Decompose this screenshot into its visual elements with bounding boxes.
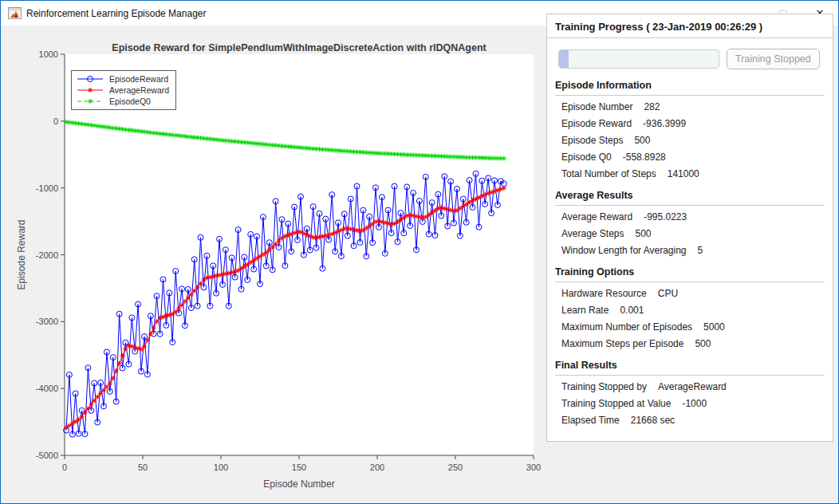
info-value: -558.8928 (623, 152, 666, 163)
training-stopped-button[interactable]: Training Stopped (727, 49, 820, 69)
window-title: Reinforcement Learning Episode Manager (26, 8, 206, 19)
svg-text:100: 100 (214, 463, 228, 472)
info-label: Training Stopped by (561, 381, 647, 392)
svg-text:-5000: -5000 (36, 451, 58, 460)
progress-fill (559, 50, 569, 68)
svg-text:-4000: -4000 (36, 384, 58, 393)
info-value: CPU (658, 288, 678, 299)
info-label: Maximum Steps per Episode (561, 338, 683, 349)
info-label: Episode Reward (561, 118, 632, 129)
info-row: Window Length for Averaging5 (561, 245, 825, 256)
training-progress-bar (558, 49, 719, 69)
panel-sections: Episode InformationEpisode Number282Epis… (547, 80, 833, 426)
info-row: Average Steps500 (561, 228, 825, 239)
info-row: Training Stopped byAverageReward (561, 381, 825, 392)
info-label: Episode Q0 (561, 152, 612, 163)
svg-text:1000: 1000 (39, 49, 58, 59)
svg-text:250: 250 (448, 463, 463, 472)
info-label: Maximum Number of Episodes (561, 321, 692, 333)
info-value: 5 (698, 245, 703, 256)
section-title: Final Results (555, 360, 825, 376)
info-label: Episode Steps (561, 135, 623, 146)
info-row: Training Stopped at Value-1000 (561, 398, 825, 409)
info-value: -936.3999 (643, 118, 686, 129)
info-label: Episode Number (561, 101, 632, 112)
info-row: Elapsed Time21668 sec (561, 415, 825, 426)
info-row: Episode Reward-936.3999 (561, 118, 825, 129)
info-row: Episode Number282 (561, 101, 825, 112)
info-row: Maximum Steps per Episode500 (561, 338, 825, 349)
info-value: 500 (634, 135, 650, 146)
svg-text:0: 0 (53, 116, 58, 126)
info-value: 500 (636, 228, 652, 239)
section-training-options: Training OptionsHardware ResourceCPULear… (547, 266, 833, 349)
matlab-icon (8, 7, 22, 19)
svg-text:Episode Number: Episode Number (263, 478, 334, 490)
info-row: Episode Q0-558.8928 (561, 152, 825, 163)
svg-text:0: 0 (62, 463, 67, 472)
section-average-results: Average ResultsAverage Reward-995.0223Av… (547, 190, 833, 256)
section-title: Episode Information (555, 80, 825, 96)
info-value: -1000 (682, 398, 707, 409)
info-value: -995.0223 (644, 211, 687, 222)
panel-header: Training Progress ( 23-Jan-2019 00:26:29… (547, 14, 833, 38)
section-episode-information: Episode InformationEpisode Number282Epis… (547, 80, 833, 179)
info-value: AverageReward (658, 381, 727, 392)
svg-text:-3000: -3000 (36, 317, 58, 326)
info-label: Average Reward (561, 211, 632, 222)
svg-text:Episode Reward: Episode Reward (16, 219, 27, 289)
info-value: 141000 (668, 168, 699, 179)
info-value: 21668 sec (631, 415, 675, 426)
legend-item-EpisodeQ0: EpisodeQ0 (77, 96, 169, 107)
info-row: Learn Rate0.001 (561, 305, 825, 316)
app-window: Reinforcement Learning Episode Manager —… (0, 0, 839, 504)
legend-item-EpisodeReward: EpisodeReward (77, 73, 169, 85)
info-label: Hardware Resource (561, 288, 647, 299)
info-label: Window Length for Averaging (561, 245, 687, 256)
section-title: Training Options (555, 266, 825, 282)
info-row: Maximum Number of Episodes5000 (561, 321, 825, 333)
svg-text:200: 200 (370, 463, 384, 472)
svg-text:50: 50 (138, 463, 148, 472)
svg-text:-2000: -2000 (36, 250, 58, 260)
info-value: 0.001 (620, 305, 644, 316)
svg-text:-1000: -1000 (36, 183, 58, 193)
training-chart: Episode Reward for SimplePendlumWithImag… (1, 26, 546, 504)
info-value: 500 (695, 338, 711, 349)
info-label: Learn Rate (561, 305, 609, 316)
info-row: Episode Steps500 (561, 135, 825, 146)
legend-item-AverageReward: AverageReward (77, 85, 169, 96)
info-value: 5000 (703, 321, 725, 333)
info-label: Training Stopped at Value (561, 398, 671, 409)
section-final-results: Final ResultsTraining Stopped byAverageR… (547, 360, 833, 426)
info-label: Elapsed Time (561, 415, 620, 426)
section-title: Average Results (555, 190, 825, 206)
training-progress-panel: Training Progress ( 23-Jan-2019 00:26:29… (546, 14, 833, 442)
info-row: Hardware ResourceCPU (561, 288, 825, 299)
info-value: 282 (644, 101, 660, 112)
svg-text:300: 300 (526, 463, 541, 472)
svg-text:150: 150 (292, 463, 306, 472)
info-row: Average Reward-995.0223 (561, 211, 825, 222)
info-row: Total Number of Steps141000 (561, 168, 825, 179)
info-label: Average Steps (561, 228, 624, 239)
chart-legend: EpisodeRewardAverageRewardEpisodeQ0 (71, 70, 176, 110)
info-label: Total Number of Steps (561, 168, 656, 179)
